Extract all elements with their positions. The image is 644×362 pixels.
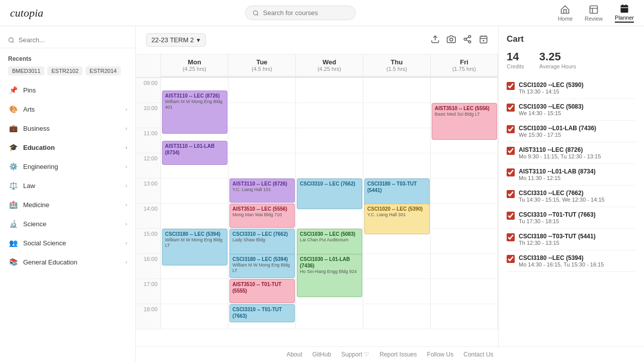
sched-cell-4-0 (161, 178, 228, 204)
svg-point-10 (464, 38, 466, 40)
footer-link-github[interactable]: GitHub (312, 351, 331, 358)
nav-review[interactable]: Review (585, 5, 603, 22)
recents-tags: BMED3011 ESTR2102 ESTR2014 (8, 66, 127, 75)
chevron-icon: › (125, 202, 127, 208)
pin-icon: 📌 (8, 85, 18, 95)
recent-tag-1[interactable]: ESTR2102 (47, 66, 83, 75)
nav-home[interactable]: Home (558, 5, 573, 22)
gen-ed-icon: 📚 (8, 257, 18, 267)
course-block-AIST3110-LEC-8726[interactable]: AIST3110 -- LEC (8726)William M W Mong E… (162, 90, 227, 134)
chevron-icon: › (125, 144, 127, 150)
share-icon (463, 35, 472, 44)
sidebar-item-general-education[interactable]: 📚 General Education › (0, 252, 135, 272)
sched-cell-9-0 (161, 304, 228, 329)
sidebar-item-engineering[interactable]: ⚙️ Engineering › (0, 157, 135, 176)
cart-item-checkbox-2[interactable] (507, 125, 515, 133)
sidebar-item-arts[interactable]: 🎨 Arts › (0, 100, 135, 119)
sched-cell-9-3 (363, 304, 431, 329)
sidebar-item-education[interactable]: 🎓 Education › (0, 138, 135, 157)
svg-rect-1 (590, 6, 598, 13)
cart-item-checkbox-1[interactable] (507, 104, 515, 112)
sidebar-cat-label: General Education (23, 258, 77, 266)
cart-item-checkbox-8[interactable] (507, 255, 515, 263)
planner-area: 22-23 TERM 2 ▾ (136, 26, 498, 346)
search-input[interactable] (263, 9, 349, 17)
course-block-CSCI3310-T01-TUT-7663-tue[interactable]: CSCI3310 -- T01-TUT (7663) (229, 304, 295, 322)
sched-cell-0-3 (363, 78, 431, 103)
sidebar-cat-label: Social Science (23, 239, 66, 247)
cart-item-checkbox-3[interactable] (507, 147, 515, 155)
footer-link-report-issues[interactable]: Report Issues (380, 351, 417, 358)
footer-link-support-♡[interactable]: Support ♡ (341, 351, 369, 358)
social-science-icon: 👥 (8, 238, 18, 248)
cart-item-6: CSCI3310 --T01-TUT (7663)Tu 17:30 - 18:1… (507, 207, 636, 229)
sidebar-item-science[interactable]: 🔬 Science › (0, 214, 135, 233)
sidebar-cat-label: Law (23, 182, 35, 190)
credits-value: 14 (507, 50, 524, 63)
cart-item-time-4: Mo 11:30 - 12:15 (519, 175, 596, 181)
engineering-icon: ⚙️ (8, 161, 18, 171)
cart-item-checkbox-6[interactable] (507, 212, 515, 220)
cart-item-checkbox-0[interactable] (507, 82, 515, 90)
sidebar-item-medicine[interactable]: 🏥 Medicine › (0, 195, 135, 214)
chevron-icon: › (125, 125, 127, 131)
sched-cell-2-1 (228, 128, 296, 153)
course-block-AIST3110-L01-LAB-8734[interactable]: AIST3110 -- L01-LAB (8734) (162, 141, 227, 165)
course-block-CSCI1020-LEC-5390-thu[interactable]: CSCI1020 -- LEC (5390)Y.C. Liang Hall 30… (364, 204, 430, 234)
recents-label: Recents (8, 55, 127, 62)
recent-tag-2[interactable]: ESTR2014 (86, 66, 121, 75)
course-block-CSCI3180-LEC-5394-tue[interactable]: CSCI3180 -- LEC (5394)William M W Mong E… (229, 254, 295, 278)
nav-icons: Home Review Planner (558, 4, 634, 23)
sched-cell-5-4 (431, 204, 498, 229)
time-label-5: 14:00 (136, 204, 161, 229)
cart-item-time-5: Tu 14:30 - 15:15, We 12:30 - 14:15 (519, 197, 605, 203)
footer-link-about[interactable]: About (286, 351, 302, 358)
sched-cell-5-0 (161, 204, 228, 229)
course-block-AIST3510-LEC-5556-tue[interactable]: AIST3510 -- LEC (5556)Mong Man Wai Bldg … (229, 204, 295, 228)
time-label-0: 09:00 (136, 78, 161, 103)
course-block-AIST3510-LEC-5556-fri[interactable]: AIST3510 -- LEC (5556)Basic Med Sci Bldg… (432, 103, 497, 140)
course-block-AIST3110-LEC-8726-tue[interactable]: AIST3110 -- LEC (8726)Y.C. Liang Hall 10… (229, 178, 295, 203)
cart-item-checkbox-7[interactable] (507, 233, 515, 241)
nav-review-label: Review (585, 16, 603, 22)
svg-point-11 (468, 41, 471, 43)
search-icon (253, 10, 259, 17)
course-block-CSCI3310-LEC-7662-wed[interactable]: CSCI3310 -- LEC (7662) (297, 178, 362, 209)
calendar-button[interactable] (479, 35, 488, 46)
svg-point-0 (254, 11, 258, 15)
avg-hours-value: 3.25 (539, 50, 576, 63)
global-search[interactable] (245, 6, 356, 20)
sidebar-item-social-science[interactable]: 👥 Social Science › (0, 233, 135, 252)
sidebar-search-container[interactable] (0, 32, 135, 48)
nav-home-label: Home (558, 16, 573, 22)
export-button[interactable] (431, 35, 440, 46)
footer-link-follow-us[interactable]: Follow Us (427, 351, 454, 358)
sidebar-cat-label: Education (23, 144, 55, 151)
sidebar-item-law[interactable]: ⚖️ Law › (0, 176, 135, 195)
nav-planner-label: Planner (615, 15, 634, 21)
svg-point-6 (9, 38, 14, 42)
course-block-CSCI1030-L01-LAB-7436-wed[interactable]: CSCI1030 -- L01-LAB (7436)Ho Sin-Hang En… (297, 254, 362, 297)
cart-item-checkbox-4[interactable] (507, 168, 515, 176)
cart-item-checkbox-5[interactable] (507, 190, 515, 198)
cart-item-2: CSCI1030 --L01-LAB (7436)We 15:30 - 17:1… (507, 121, 636, 142)
sched-cell-1-3 (363, 103, 431, 128)
recent-tag-0[interactable]: BMED3011 (8, 66, 44, 75)
course-block-AIST3510-LEC-5555-tue[interactable]: AIST3510 -- T01-TUT (5555) (229, 279, 295, 303)
sched-cell-0-2 (296, 78, 363, 103)
business-icon: 💼 (8, 123, 18, 133)
term-selector[interactable]: 22-23 TERM 2 ▾ (146, 33, 206, 47)
sidebar-search-input[interactable] (19, 36, 127, 44)
share-button[interactable] (463, 35, 472, 46)
sidebar-item-business[interactable]: 💼 Business › (0, 119, 135, 138)
time-label-2: 11:00 (136, 128, 161, 153)
cart-item-3: AIST3110 --LEC (8726)Mo 9:30 - 11:15, Tu… (507, 142, 636, 164)
sidebar-item-pins[interactable]: 📌 Pins (0, 80, 135, 100)
footer-link-contact-us[interactable]: Contact Us (463, 351, 493, 358)
sched-cell-0-1 (228, 78, 296, 103)
nav-planner[interactable]: Planner (615, 4, 634, 23)
app-logo: cutopia (10, 7, 43, 20)
screenshot-button[interactable] (447, 35, 456, 46)
course-block-CSCI3180-LEC-5394-mon[interactable]: CSCI3180 -- LEC (5394)William M W Mong E… (162, 229, 227, 265)
sched-cell-8-4 (431, 279, 498, 304)
